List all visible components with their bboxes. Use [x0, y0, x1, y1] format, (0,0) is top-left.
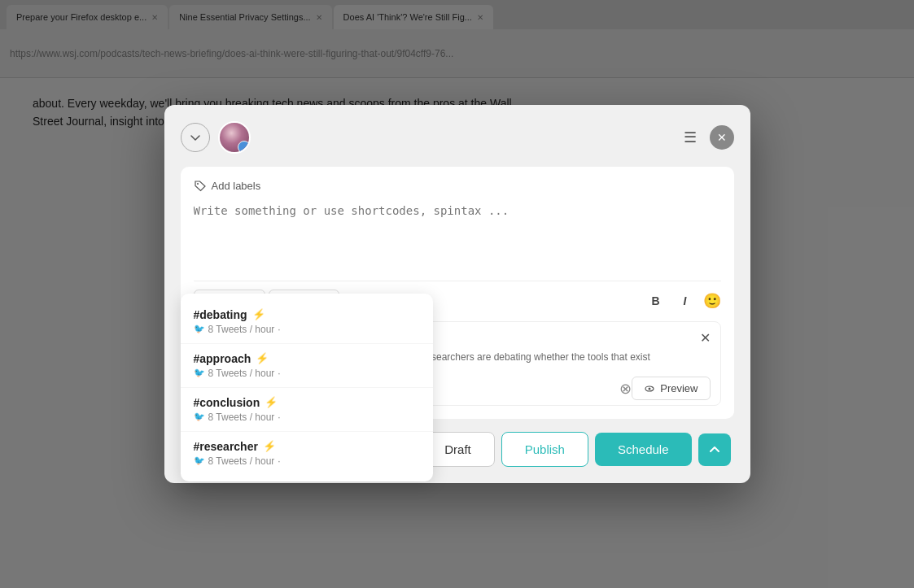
schedule-button[interactable]: Schedule — [595, 433, 692, 466]
svg-point-0 — [197, 183, 199, 185]
tweet-icon-researcher: 🐦 — [194, 455, 205, 466]
hashtag-item-conclusion[interactable]: #conclusion ⚡ 🐦 8 Tweets / hour · — [181, 388, 433, 432]
eye-icon — [644, 383, 655, 394]
bold-button[interactable]: B — [645, 290, 667, 312]
preview-label: Preview — [660, 382, 698, 394]
lightning-icon-researcher: ⚡ — [263, 440, 276, 452]
post-text-input[interactable] — [194, 203, 721, 268]
hashtag-dropdown: #debating ⚡ 🐦 8 Tweets / hour · #approac… — [181, 294, 433, 481]
hashtag-dot-researcher: · — [278, 455, 280, 467]
remove-image-button[interactable]: ⊗ — [619, 380, 632, 398]
article-card-close-button[interactable]: ✕ — [700, 330, 711, 346]
avatar-badge — [238, 141, 251, 154]
emoji-button[interactable]: 🙂 — [703, 292, 721, 310]
tweet-icon-conclusion: 🐦 — [194, 412, 205, 422]
hashtag-dot-approach: · — [278, 368, 280, 379]
chevron-down-button[interactable] — [181, 123, 210, 152]
hashtag-meta-approach: 🐦 8 Tweets / hour · — [194, 368, 420, 379]
lightning-icon-debating: ⚡ — [252, 308, 265, 320]
avatar — [218, 121, 251, 154]
lightning-icon-conclusion: ⚡ — [265, 396, 278, 408]
hashtag-debating-text: #debating — [194, 308, 247, 321]
hashtag-name-conclusion: #conclusion ⚡ — [194, 396, 420, 409]
modal-header: ☰ ✕ — [181, 121, 734, 154]
modal-header-left — [181, 121, 251, 154]
lightning-icon-approach: ⚡ — [256, 352, 269, 364]
label-icon — [194, 180, 207, 193]
svg-point-2 — [649, 387, 651, 390]
hashtag-item-approach[interactable]: #approach ⚡ 🐦 8 Tweets / hour · — [181, 344, 433, 388]
hashtag-name-approach: #approach ⚡ — [194, 352, 420, 365]
modal-header-right: ☰ ✕ — [677, 125, 734, 150]
close-button[interactable]: ✕ — [710, 125, 734, 150]
hashtag-tweets-conclusion: 8 Tweets / hour — [208, 412, 275, 423]
hashtag-meta-conclusion: 🐦 8 Tweets / hour · — [194, 412, 420, 423]
tweet-icon-approach: 🐦 — [194, 368, 205, 378]
tweet-icon-debating: 🐦 — [194, 324, 205, 334]
modal-overlay: ☰ ✕ Add labels # Hashtags — [0, 0, 914, 588]
chevron-up-icon — [709, 444, 720, 455]
publish-button[interactable]: Publish — [501, 432, 588, 467]
expand-button[interactable] — [698, 433, 731, 466]
hashtag-tweets-researcher: 8 Tweets / hour — [208, 455, 275, 467]
chevron-down-icon — [190, 132, 201, 143]
hashtag-meta-researcher: 🐦 8 Tweets / hour · — [194, 455, 420, 467]
compose-modal: ☰ ✕ Add labels # Hashtags — [164, 105, 750, 484]
hashtag-approach-text: #approach — [194, 352, 251, 365]
toolbar-right: B I 🙂 — [645, 290, 721, 312]
add-labels-text: Add labels — [212, 180, 261, 192]
hashtag-item-researcher[interactable]: #researcher ⚡ 🐦 8 Tweets / hour · — [181, 432, 433, 475]
italic-button[interactable]: I — [674, 290, 697, 312]
hashtag-meta-debating: 🐦 8 Tweets / hour · — [194, 324, 420, 335]
hashtag-name-debating: #debating ⚡ — [194, 308, 420, 321]
hashtag-dot-debating: · — [278, 324, 280, 335]
hashtag-researcher-text: #researcher — [194, 440, 258, 453]
hashtag-tweets-approach: 8 Tweets / hour — [208, 368, 275, 379]
hashtag-dot-conclusion: · — [278, 412, 280, 423]
hashtag-name-researcher: #researcher ⚡ — [194, 440, 420, 453]
hashtag-item-debating[interactable]: #debating ⚡ 🐦 8 Tweets / hour · — [181, 300, 433, 344]
footer-buttons: Draft Publish Schedule — [421, 432, 730, 467]
hashtag-tweets-debating: 8 Tweets / hour — [208, 324, 275, 335]
hashtag-conclusion-text: #conclusion — [194, 396, 260, 409]
preview-button[interactable]: Preview — [632, 377, 710, 400]
add-labels-button[interactable]: Add labels — [194, 180, 721, 193]
menu-button[interactable]: ☰ — [677, 125, 703, 150]
